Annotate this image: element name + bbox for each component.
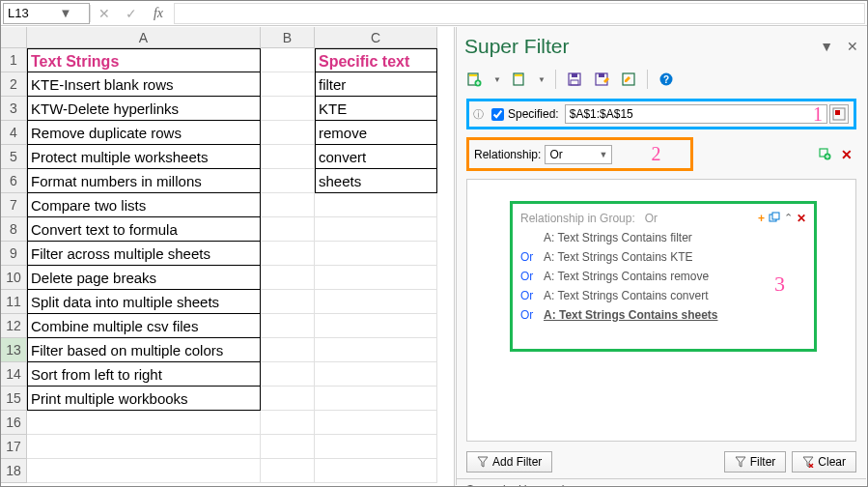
cell[interactable] [261,145,315,169]
cell[interactable] [315,387,437,411]
cell[interactable] [261,217,315,242]
cell[interactable] [261,338,315,362]
cell[interactable]: KTE-Insert blank rows [27,72,261,97]
cell[interactable]: Delete page breaks [27,266,261,290]
cell[interactable] [261,121,315,145]
cell[interactable] [315,435,437,459]
cell[interactable]: remove [315,121,437,145]
rename-icon[interactable] [620,71,637,88]
cell[interactable] [261,387,315,411]
cell[interactable] [261,193,315,217]
cell[interactable]: Filter based on multiple colors [27,338,261,362]
cell[interactable]: Format numbers in millons [27,169,261,193]
cell[interactable]: Split data into multiple sheets [27,290,261,314]
row-header[interactable]: 17 [1,435,27,459]
cell[interactable]: KTW-Delete hyperlinks [27,97,261,121]
cell[interactable] [261,72,315,97]
cell[interactable] [27,411,261,435]
cell[interactable] [261,266,315,290]
specified-range-input[interactable] [565,104,827,124]
cell[interactable] [261,459,315,483]
cell[interactable] [261,362,315,387]
row-header[interactable]: 1 [1,48,27,72]
cell[interactable]: Convert text to formula [27,217,261,242]
row-header[interactable]: 10 [1,266,27,290]
cell[interactable]: Combine multiple csv files [27,314,261,338]
dropdown-icon[interactable]: ▼ [493,75,501,84]
cell[interactable] [315,314,437,338]
cell[interactable] [315,193,437,217]
condition-row[interactable]: OrA: Text Strings Contains remove [520,270,806,283]
cell[interactable]: filter [315,72,437,97]
condition-row[interactable]: OrA: Text Strings Contains sheets [520,308,806,322]
cell[interactable]: convert [315,145,437,169]
cell[interactable] [315,290,437,314]
close-icon[interactable]: ✕ [847,39,858,54]
cell[interactable]: KTE [315,97,437,121]
col-header-b[interactable]: B [261,27,315,48]
relationship-select[interactable]: Or▼ [545,145,612,164]
cell[interactable] [27,435,261,459]
row-header[interactable]: 4 [1,121,27,145]
new-scenario-icon[interactable] [466,71,484,88]
cell[interactable] [261,411,315,435]
cell[interactable] [27,459,261,483]
select-all-cell[interactable] [1,27,27,48]
remove-group-icon[interactable]: ✕ [797,212,806,225]
cell[interactable]: Compare two lists [27,193,261,217]
cell[interactable] [261,97,315,121]
row-header[interactable]: 14 [1,362,27,387]
condition-row[interactable]: A: Text Strings Contains filter [520,231,806,244]
open-scenario-icon[interactable] [511,71,528,88]
row-header[interactable]: 11 [1,290,27,314]
dropdown-icon[interactable]: ▼ [538,75,546,84]
cell[interactable] [261,290,315,314]
row-header[interactable]: 13 [1,338,27,362]
range-picker-icon[interactable] [829,104,849,124]
row-header[interactable]: 5 [1,145,27,169]
row-header[interactable]: 15 [1,387,27,411]
cell[interactable] [261,169,315,193]
row-header[interactable]: 12 [1,314,27,338]
cell[interactable]: Filter across multiple sheets [27,242,261,266]
cell[interactable]: Sort from left to right [27,362,261,387]
row-header[interactable]: 16 [1,411,27,435]
menu-icon[interactable]: ▼ [820,39,833,54]
save-as-icon[interactable] [593,71,610,88]
cell[interactable]: Protect multiple worksheets [27,145,261,169]
cell[interactable]: Text Strings [27,48,261,72]
col-header-c[interactable]: C [315,27,437,48]
duplicate-icon[interactable] [769,212,780,225]
row-header[interactable]: 8 [1,217,27,242]
condition-row[interactable]: OrA: Text Strings Contains convert [520,289,806,302]
cell[interactable] [261,48,315,72]
fx-icon[interactable]: fx [145,6,172,21]
row-header[interactable]: 6 [1,169,27,193]
condition-row[interactable]: OrA: Text Strings Contains KTE [520,250,806,264]
row-header[interactable]: 18 [1,459,27,483]
cell[interactable] [261,314,315,338]
specified-checkbox[interactable] [491,108,504,121]
add-condition-icon[interactable]: + [758,212,765,225]
help-icon[interactable]: ? [658,71,675,88]
name-box[interactable]: L13▼ [3,3,90,24]
cell[interactable] [261,242,315,266]
filter-button[interactable]: Filter [724,451,787,473]
cell[interactable] [315,266,437,290]
row-header[interactable]: 9 [1,242,27,266]
clear-button[interactable]: Clear [792,451,856,473]
collapse-icon[interactable]: ⌃ [784,212,793,225]
cell[interactable] [315,411,437,435]
cell[interactable]: Specific text [315,48,437,72]
cell[interactable] [315,217,437,242]
delete-icon[interactable]: ✕ [841,147,853,162]
cell[interactable] [315,242,437,266]
dropdown-icon[interactable]: ▼ [46,6,85,20]
cell[interactable] [315,459,437,483]
row-header[interactable]: 3 [1,97,27,121]
row-header[interactable]: 2 [1,72,27,97]
cell[interactable]: Print multiple workbooks [27,387,261,411]
cell[interactable] [261,435,315,459]
add-group-icon[interactable] [818,147,831,162]
cell[interactable] [315,362,437,387]
